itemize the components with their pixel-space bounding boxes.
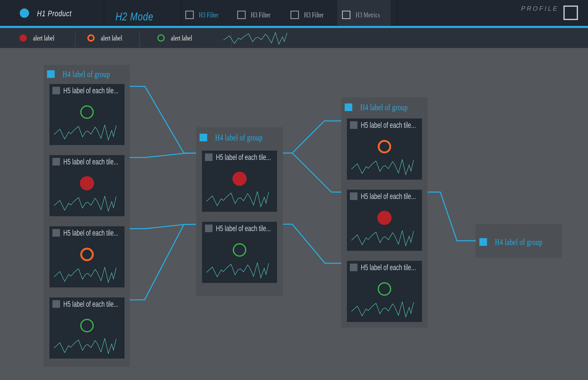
- group-marker-icon: [345, 103, 352, 111]
- filter-checkbox-icon[interactable]: [185, 11, 194, 19]
- status-circle: [80, 248, 94, 261]
- legend-sparkline: [223, 31, 288, 45]
- tile[interactable]: H5 label of each tile...: [202, 151, 277, 212]
- status-circle: [80, 176, 94, 190]
- product-title: H1 Product: [37, 9, 80, 18]
- alert-legend-bar: alert label alert label alert label: [0, 28, 588, 48]
- status-circle: [378, 140, 391, 153]
- tile-status: [49, 155, 125, 197]
- tile-status: [202, 151, 277, 192]
- mode-title-text: H2 Mode: [116, 10, 153, 23]
- legend-item-critical: alert label: [20, 28, 62, 48]
- ok-alert-icon: [157, 34, 165, 42]
- tile-sparkline: [54, 123, 117, 141]
- filter-item-1[interactable]: H3 Filter: [185, 11, 225, 19]
- navbar-divider: [181, 0, 181, 26]
- tile-status: [347, 261, 422, 302]
- tile[interactable]: H5 label of each tile...: [347, 190, 422, 251]
- status-circle: [233, 243, 246, 257]
- group-title: H4 label of group: [63, 69, 127, 79]
- tile[interactable]: H5 label of each tile...: [49, 297, 125, 359]
- status-circle: [377, 211, 392, 225]
- group-title: H4 label of group: [360, 102, 424, 112]
- legend-item-warning: alert label: [87, 28, 130, 48]
- tile-sparkline: [351, 229, 415, 247]
- group-title: H4 label of group: [215, 133, 279, 143]
- tile[interactable]: H5 label of each tile...: [49, 155, 125, 216]
- warning-alert-icon: [87, 34, 95, 42]
- metrics-tab[interactable]: H3 Metrics: [342, 11, 388, 19]
- group-header: H4 label of group: [47, 69, 127, 79]
- tile-group-1: H4 label of group H5 label of each tile.…: [43, 65, 130, 367]
- tile-status: [49, 226, 125, 268]
- status-circle: [80, 319, 94, 332]
- profile-avatar-box[interactable]: [564, 5, 578, 20]
- status-circle: [378, 282, 391, 296]
- status-circle: [80, 105, 94, 119]
- group-marker-icon: [479, 238, 487, 246]
- group-marker-icon: [200, 134, 207, 141]
- filter-label: H3 Filter: [304, 11, 331, 19]
- tile-group-2: H4 label of group H5 label of each tile.…: [196, 127, 283, 296]
- legend-divider: [75, 31, 76, 48]
- tile[interactable]: H5 label of each tile...: [49, 84, 125, 145]
- dashboard-app: H1 Product H2 Mode H3 Filter H3 Filter H…: [0, 0, 588, 380]
- metrics-label: H3 Metrics: [356, 11, 388, 19]
- tile-sparkline: [207, 190, 270, 208]
- tile-status: [49, 84, 125, 125]
- group-marker-icon: [47, 70, 55, 78]
- group-header: H4 label of group: [200, 133, 279, 143]
- logo-icon: [20, 8, 29, 18]
- profile-label: PROFILE: [526, 5, 559, 12]
- legend-label: alert label: [33, 34, 62, 42]
- tile-sparkline: [54, 194, 117, 212]
- tile[interactable]: H5 label of each tile...: [49, 226, 125, 287]
- tile-group-4: H4 label of group: [475, 224, 562, 258]
- mode-title[interactable]: H2 Mode: [107, 10, 171, 23]
- tile[interactable]: H5 label of each tile...: [347, 261, 422, 322]
- status-circle: [232, 172, 247, 186]
- navbar-divider: [104, 0, 104, 26]
- tile-sparkline: [54, 265, 117, 283]
- tile-sparkline: [54, 337, 117, 354]
- filter-item-3[interactable]: H3 Filter: [291, 11, 331, 19]
- tile-status: [49, 297, 125, 339]
- tile-group-3: H4 label of group H5 label of each tile.…: [341, 97, 427, 328]
- group-title: H4 label of group: [495, 237, 559, 247]
- tile[interactable]: H5 label of each tile...: [202, 222, 277, 283]
- tile-status: [347, 118, 422, 160]
- legend-divider: [139, 31, 140, 48]
- accent-divider: [0, 26, 588, 28]
- tile-sparkline: [351, 157, 415, 175]
- legend-label: alert label: [101, 34, 130, 42]
- top-navbar: H1 Product H2 Mode H3 Filter H3 Filter H…: [0, 0, 588, 26]
- tile-status: [347, 190, 422, 231]
- filter-checkbox-icon[interactable]: [291, 11, 299, 19]
- legend-item-ok: alert label: [157, 28, 200, 48]
- product-title-text: H1 Product: [37, 9, 72, 18]
- filter-label: H3 Filter: [251, 11, 277, 19]
- filter-checkbox-icon[interactable]: [237, 11, 246, 19]
- tile[interactable]: H5 label of each tile...: [347, 118, 422, 180]
- tile-sparkline: [207, 261, 270, 279]
- navbar-divider: [397, 0, 397, 26]
- filter-label: H3 Filter: [199, 11, 225, 19]
- critical-alert-icon: [20, 34, 27, 42]
- legend-label: alert label: [171, 34, 200, 42]
- filter-item-2[interactable]: H3 Filter: [237, 11, 277, 19]
- group-header: H4 label of group: [345, 102, 424, 112]
- group-header: H4 label of group: [479, 237, 559, 247]
- metrics-checkbox-icon[interactable]: [342, 11, 350, 19]
- tile-status: [202, 222, 277, 263]
- tile-sparkline: [351, 300, 415, 318]
